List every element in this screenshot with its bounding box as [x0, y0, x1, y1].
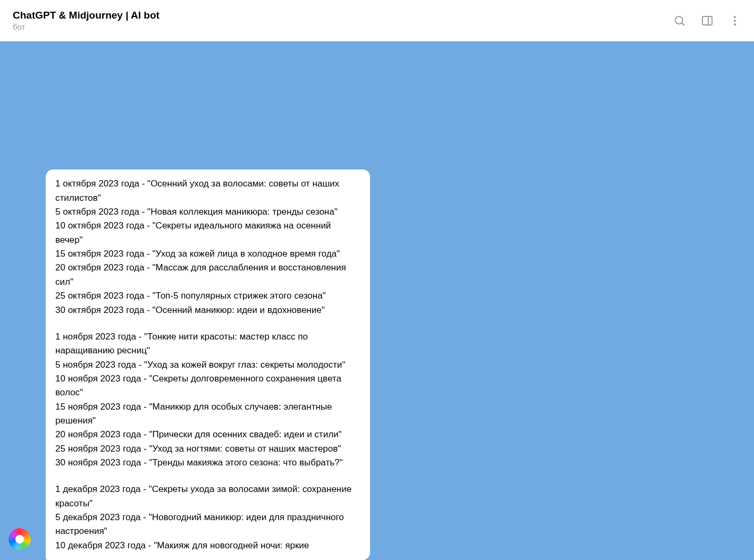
message-line: 20 ноября 2023 года - "Прически для осен…	[55, 428, 361, 442]
message-text: 1 октября 2023 года - "Осенний уход за в…	[55, 177, 361, 553]
svg-point-4	[734, 16, 736, 18]
svg-line-1	[682, 23, 684, 26]
svg-point-6	[734, 23, 736, 26]
message-block: 1 декабря 2023 года - "Секреты ухода за …	[55, 482, 361, 553]
chat-title: ChatGPT & Midjourney | AI bot	[13, 10, 160, 21]
message-line: 20 октября 2023 года - "Массаж для рассл…	[55, 261, 361, 289]
message-line: 1 ноября 2023 года - "Тонкие нити красот…	[55, 330, 361, 358]
message-line: 10 октября 2023 года - "Секреты идеально…	[55, 219, 361, 247]
message-line: 5 октября 2023 года - "Новая коллекция м…	[55, 205, 361, 219]
message-block: 1 октября 2023 года - "Осенний уход за в…	[55, 177, 361, 317]
message-line: 25 октября 2023 года - "Топ-5 популярных…	[55, 289, 361, 303]
message-line: 5 ноября 2023 года - "Уход за кожей вокр…	[55, 358, 361, 372]
more-menu-icon[interactable]	[728, 14, 741, 27]
message-line: 5 декабря 2023 года - "Новогодний маникю…	[55, 511, 361, 539]
search-icon[interactable]	[673, 14, 686, 27]
chat-body: 1 октября 2023 года - "Осенний уход за в…	[0, 41, 754, 560]
swirl-icon	[9, 528, 31, 550]
header-actions	[673, 14, 741, 27]
svg-rect-2	[702, 16, 712, 25]
message-row: 1 октября 2023 года - "Осенний уход за в…	[0, 47, 754, 560]
message-line: 10 декабря 2023 года - "Макияж для новог…	[55, 539, 361, 553]
svg-point-0	[675, 16, 683, 24]
message-line: 1 октября 2023 года - "Осенний уход за в…	[55, 177, 361, 205]
bot-avatar[interactable]	[9, 528, 31, 550]
message-line: 1 декабря 2023 года - "Секреты ухода за …	[55, 482, 361, 511]
message-line: 25 ноября 2023 года - "Уход за ногтями: …	[55, 442, 361, 456]
message-line: 15 ноября 2023 года - "Маникюр для особы…	[55, 400, 361, 428]
message-line: 15 октября 2023 года - "Уход за кожей ли…	[55, 247, 361, 261]
message-bubble[interactable]: 1 октября 2023 года - "Осенний уход за в…	[46, 169, 370, 560]
message-line: 30 октября 2023 года - "Осенний маникюр:…	[55, 303, 361, 317]
message-line: 30 ноября 2023 года - "Тренды макияжа эт…	[55, 456, 361, 470]
svg-point-5	[734, 20, 736, 22]
chat-header-info[interactable]: ChatGPT & Midjourney | AI bot бот	[13, 10, 160, 31]
message-block: 1 ноября 2023 года - "Тонкие нити красот…	[55, 330, 361, 470]
message-line: 10 ноября 2023 года - "Секреты долговрем…	[55, 372, 361, 400]
chat-subtitle: бот	[13, 22, 160, 31]
chat-header: ChatGPT & Midjourney | AI bot бот	[0, 0, 754, 41]
sidebar-toggle-icon[interactable]	[701, 14, 714, 27]
